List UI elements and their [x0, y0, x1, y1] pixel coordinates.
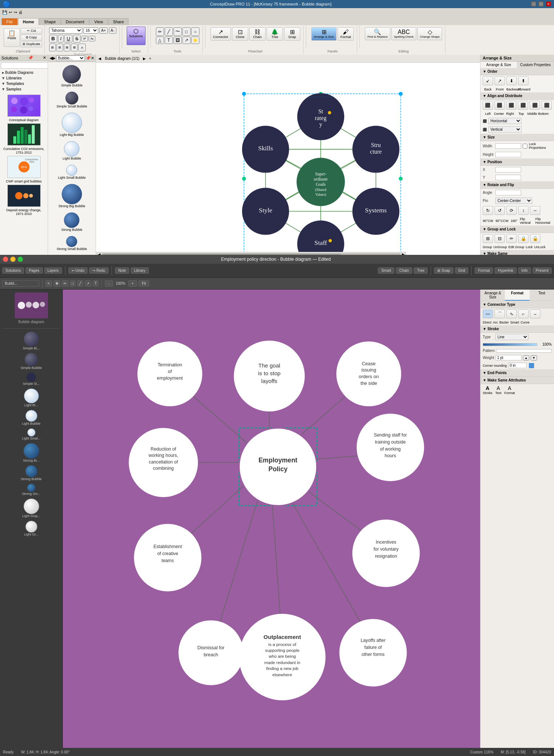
qat-redo[interactable]: ↪: [14, 10, 17, 15]
dot-maximize[interactable]: [18, 257, 23, 262]
arrange-size-tab[interactable]: Arrange & Size: [481, 62, 517, 68]
sample-deposit[interactable]: [7, 185, 41, 207]
dot-close[interactable]: [3, 257, 8, 262]
stroke-section[interactable]: ▼ Stroke: [481, 325, 554, 333]
text-tab2[interactable]: Text: [530, 290, 554, 301]
group-btn[interactable]: ⊞: [483, 234, 493, 243]
rotate-section[interactable]: ▼ Rotate and Flip: [481, 181, 554, 189]
sample-cwf[interactable]: 85% Consumers79%: [7, 156, 41, 178]
tree-btn2[interactable]: Tree: [414, 267, 428, 274]
align-center-btn[interactable]: ⬛: [495, 101, 505, 110]
group-section[interactable]: ▼ Group and Lock: [481, 226, 554, 233]
note-btn[interactable]: Note: [115, 267, 129, 274]
pages-btn[interactable]: Pages: [25, 267, 42, 274]
align-left-btn[interactable]: ⬛: [483, 101, 493, 110]
stroke-weight-input[interactable]: [496, 355, 521, 360]
solutions-btn2[interactable]: Solutions: [2, 267, 24, 274]
conn-arc-btn[interactable]: ⌒: [495, 309, 505, 318]
stroke-weight-up[interactable]: ▲: [523, 355, 529, 360]
lib-simple-small-bubble[interactable]: Simple Small Bubble: [56, 90, 88, 110]
scroll-left[interactable]: ◀: [98, 57, 101, 61]
sample-conceptual[interactable]: [7, 95, 41, 117]
font-size-select[interactable]: 16: [83, 27, 98, 34]
chain-button[interactable]: ⛓ Chain: [249, 27, 266, 41]
solutions-button[interactable]: ⬡ Solutions: [127, 27, 146, 45]
canvas-top[interactable]: ◀ Bubble diagram (1/1) ▶ +: [96, 55, 480, 257]
line-tool[interactable]: ╱: [165, 27, 173, 36]
lib2-simple-bi[interactable]: Simple Bi...: [0, 330, 62, 352]
arrow-tool[interactable]: ↗: [182, 37, 191, 44]
same-attr-stroke[interactable]: A Stroke: [483, 385, 492, 395]
lib2-strong-bi[interactable]: Strong Bi...: [0, 442, 62, 464]
qat-save[interactable]: 💾: [2, 10, 7, 15]
window-controls[interactable]: ─ □ ✕: [531, 1, 551, 7]
solutions-search[interactable]: [1, 62, 48, 69]
strikethrough-btn[interactable]: S̶: [73, 35, 81, 42]
superscript-btn[interactable]: A²: [81, 36, 88, 41]
zoom-out-btn[interactable]: -: [105, 280, 113, 287]
align-horiz-select[interactable]: Horizontal: [488, 118, 521, 124]
smart-btn[interactable]: Smart: [378, 267, 394, 274]
minimize-btn[interactable]: ─: [531, 1, 536, 7]
snap-button[interactable]: ⊞ Snap: [284, 27, 300, 41]
lib2-lightgr2[interactable]: Light Gr...: [0, 519, 62, 538]
lib2-strong-sm[interactable]: Strong Sm...: [0, 482, 62, 497]
arrange-size-button[interactable]: ⊞ Arrange & Size: [311, 27, 336, 41]
solutions-pin[interactable]: 📌: [28, 55, 33, 60]
font-family-select[interactable]: Tahoma: [49, 27, 82, 34]
lib-close[interactable]: ✕: [91, 56, 94, 61]
hyperlink-btn[interactable]: Hyperlink: [495, 267, 517, 274]
lib-strong-big-bubble[interactable]: Strong Big Bubble: [58, 182, 86, 209]
align-justify-btn[interactable]: ≡: [71, 44, 78, 51]
find-replace-button[interactable]: 🔍 Find & Replace: [365, 27, 390, 40]
close-btn[interactable]: ✕: [546, 1, 551, 7]
pen-tool[interactable]: ✏: [62, 280, 68, 287]
back-btn[interactable]: ↙: [483, 76, 493, 85]
width-input[interactable]: 1.65 in: [495, 143, 521, 149]
connector-type-section[interactable]: ▼ Connector Type: [481, 301, 554, 308]
flip-horiz-btn[interactable]: ↔: [530, 206, 540, 215]
circle-tool[interactable]: ○: [191, 27, 199, 36]
chain-btn2[interactable]: Chain: [396, 267, 412, 274]
lib2-strong-bubble[interactable]: Strong Bubble: [0, 464, 62, 482]
lib-strong-bubble[interactable]: Strong Bubble: [61, 211, 83, 233]
position-section[interactable]: ▼ Position: [481, 158, 554, 166]
stroke-type-select[interactable]: Line: [495, 334, 529, 340]
align-right-btn[interactable]: ⬛: [506, 101, 517, 110]
same-attr-text[interactable]: A Text: [495, 385, 502, 395]
flip-vert-btn[interactable]: ↕: [518, 206, 529, 215]
pencil-tool[interactable]: ✏: [156, 27, 164, 36]
layers-btn[interactable]: Layers: [44, 267, 62, 274]
rotate-ccw-btn[interactable]: ↺: [495, 206, 505, 215]
align-bottom-btn[interactable]: ⬛: [541, 101, 552, 110]
lib-strong-small-bubble[interactable]: Strong Small Bubble: [56, 235, 88, 252]
ungroup-btn[interactable]: ⊟: [495, 234, 505, 243]
color-btn[interactable]: A: [78, 44, 86, 51]
tab-shape[interactable]: Shape: [39, 18, 61, 25]
tab-home[interactable]: Home: [18, 18, 39, 25]
lock-proportions-checkbox[interactable]: [523, 144, 527, 148]
corner-rounding-input[interactable]: [508, 363, 527, 368]
corner-color-btn[interactable]: [529, 363, 534, 368]
endpoints-section[interactable]: ▼ End Points: [481, 369, 554, 377]
lib-light-small-bubble[interactable]: Light Small Bubble: [57, 163, 86, 181]
duplicate-button[interactable]: ⊞ Duplicate: [21, 41, 42, 47]
star-tool[interactable]: ⭐: [191, 37, 199, 44]
conn-direct-btn[interactable]: —: [483, 309, 493, 318]
qat-print[interactable]: 🖨: [18, 10, 23, 14]
tab-file[interactable]: File: [1, 18, 18, 25]
tab-view[interactable]: View: [89, 18, 108, 25]
lock-btn[interactable]: 🔒: [518, 234, 529, 243]
align-left-btn[interactable]: ≡: [49, 44, 56, 51]
lib-light-bubble[interactable]: Light Bubble: [62, 140, 82, 162]
text-tool2[interactable]: T: [93, 280, 99, 287]
bubble-diagrams-item[interactable]: ▸ Bubble Diagrams: [0, 70, 48, 75]
zoom-fit-btn[interactable]: Fit: [138, 280, 149, 287]
align-vert-select[interactable]: Vertical: [488, 126, 521, 133]
conn-curve-btn[interactable]: ⌣: [530, 309, 540, 318]
library-btn2[interactable]: Library: [131, 267, 149, 274]
format-button[interactable]: 🖌 Format: [338, 27, 354, 41]
underline-btn[interactable]: U: [64, 35, 72, 42]
add-page[interactable]: +: [149, 57, 151, 61]
tab-document[interactable]: Document: [61, 18, 89, 25]
